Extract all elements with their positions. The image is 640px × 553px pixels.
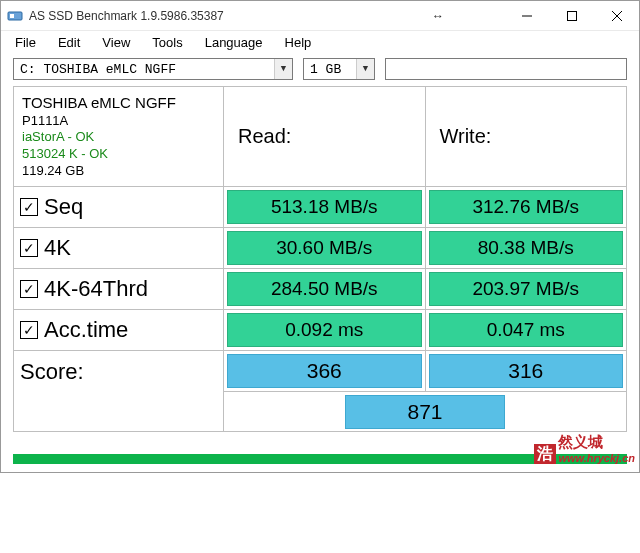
seq-checkbox[interactable]: ✓	[20, 198, 38, 216]
titlebar: AS SSD Benchmark 1.9.5986.35387 ↔	[1, 1, 639, 31]
menu-edit[interactable]: Edit	[58, 35, 80, 50]
menu-help[interactable]: Help	[285, 35, 312, 50]
results-grid: TOSHIBA eMLC NGFF P1111A iaStorA - OK 51…	[13, 86, 627, 432]
drive-select[interactable]: C: TOSHIBA eMLC NGFF ▼	[13, 58, 293, 80]
svg-rect-3	[567, 11, 576, 20]
menubar: File Edit View Tools Language Help	[1, 31, 639, 56]
close-button[interactable]	[594, 1, 639, 31]
driver-status: iaStorA - OK	[22, 129, 215, 146]
app-window: AS SSD Benchmark 1.9.5986.35387 ↔ File E…	[0, 0, 640, 473]
seq-read-value: 513.18 MB/s	[227, 190, 422, 224]
acc-label: Acc.time	[44, 317, 128, 343]
watermark-badge-line2: 然义城	[558, 433, 603, 452]
status-field	[385, 58, 627, 80]
restore-arrow-icon: ↔	[432, 9, 444, 23]
write-header: Write:	[425, 87, 627, 187]
watermark-badge-line1: 浩	[537, 446, 553, 462]
fourk-checkbox[interactable]: ✓	[20, 239, 38, 257]
test-size-select[interactable]: 1 GB ▼	[303, 58, 375, 80]
fourk64-checkbox[interactable]: ✓	[20, 280, 38, 298]
row-4k: ✓ 4K 30.60 MB/s 80.38 MB/s	[14, 228, 627, 269]
device-capacity: 119.24 GB	[22, 163, 215, 180]
device-name: TOSHIBA eMLC NGFF	[22, 93, 215, 113]
menu-language[interactable]: Language	[205, 35, 263, 50]
svg-rect-1	[10, 14, 14, 18]
chevron-down-icon: ▼	[274, 59, 292, 79]
acc-read-value: 0.092 ms	[227, 313, 422, 347]
seq-write-value: 312.76 MB/s	[429, 190, 624, 224]
chevron-down-icon: ▼	[356, 59, 374, 79]
watermark-badge: 浩	[534, 444, 556, 464]
fourk64-label: 4K-64Thrd	[44, 276, 148, 302]
alignment-status: 513024 K - OK	[22, 146, 215, 163]
score-label: Score:	[20, 359, 84, 384]
menu-view[interactable]: View	[102, 35, 130, 50]
menu-file[interactable]: File	[15, 35, 36, 50]
fourk-write-value: 80.38 MB/s	[429, 231, 624, 265]
row-score: Score: 366 316	[14, 351, 627, 392]
row-acc: ✓ Acc.time 0.092 ms 0.047 ms	[14, 310, 627, 351]
fourk64-write-value: 203.97 MB/s	[429, 272, 624, 306]
seq-label: Seq	[44, 194, 83, 220]
score-write: 316	[429, 354, 624, 388]
device-firmware: P1111A	[22, 113, 215, 130]
fourk64-read-value: 284.50 MB/s	[227, 272, 422, 306]
score-read: 366	[227, 354, 422, 388]
watermark-url: www.hryckj.cn	[558, 452, 635, 464]
fourk-read-value: 30.60 MB/s	[227, 231, 422, 265]
row-4k64: ✓ 4K-64Thrd 284.50 MB/s 203.97 MB/s	[14, 269, 627, 310]
test-size-value: 1 GB	[304, 62, 356, 77]
selector-row: C: TOSHIBA eMLC NGFF ▼ 1 GB ▼	[1, 56, 639, 86]
header-row: TOSHIBA eMLC NGFF P1111A iaStorA - OK 51…	[14, 87, 627, 187]
minimize-button[interactable]	[504, 1, 549, 31]
score-total: 871	[345, 395, 505, 429]
window-title: AS SSD Benchmark 1.9.5986.35387	[29, 9, 224, 23]
device-info-cell: TOSHIBA eMLC NGFF P1111A iaStorA - OK 51…	[14, 87, 224, 187]
menu-tools[interactable]: Tools	[152, 35, 182, 50]
drive-select-value: C: TOSHIBA eMLC NGFF	[14, 62, 274, 77]
maximize-button[interactable]	[549, 1, 594, 31]
row-seq: ✓ Seq 513.18 MB/s 312.76 MB/s	[14, 187, 627, 228]
acc-checkbox[interactable]: ✓	[20, 321, 38, 339]
read-header: Read:	[224, 87, 426, 187]
app-icon	[7, 8, 23, 24]
acc-write-value: 0.047 ms	[429, 313, 624, 347]
fourk-label: 4K	[44, 235, 71, 261]
